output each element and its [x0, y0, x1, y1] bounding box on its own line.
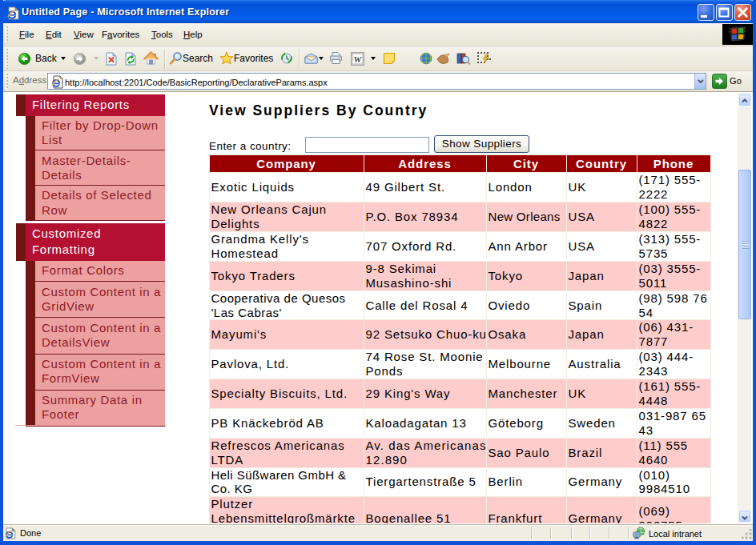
svg-text:W: W: [354, 54, 363, 64]
